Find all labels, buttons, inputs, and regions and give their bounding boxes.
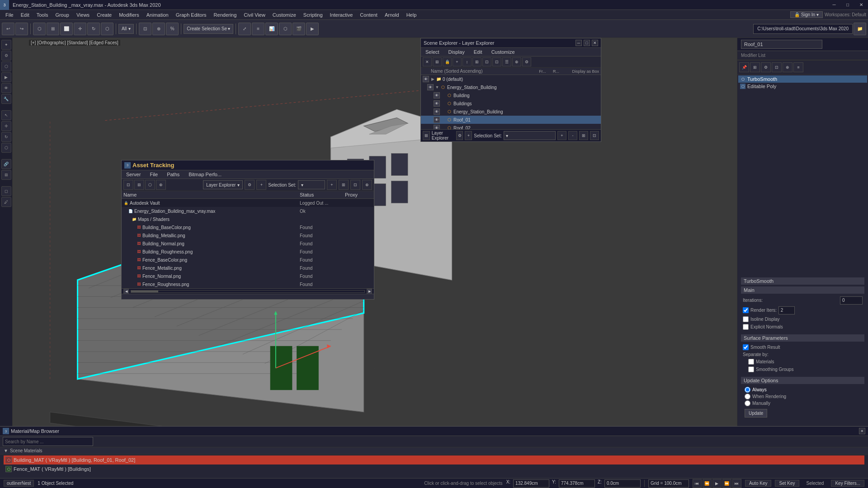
paint-icon[interactable]: 🖊 xyxy=(1,197,11,207)
se-group-button[interactable]: ⊞ xyxy=(472,57,481,66)
grid-input[interactable] xyxy=(648,479,689,488)
graph-editor-button[interactable]: 📊 xyxy=(265,23,278,35)
se-sel-minus-button[interactable]: - xyxy=(568,131,577,140)
move-button[interactable]: ✛ xyxy=(74,23,86,35)
mod-config2-button[interactable]: ⊕ xyxy=(783,62,793,72)
select-region-button[interactable]: ⬜ xyxy=(60,23,73,35)
menu-content[interactable]: Content xyxy=(356,11,381,19)
se-eye-4[interactable]: 👁 xyxy=(434,108,440,115)
se-eye-3[interactable]: 👁 xyxy=(434,100,440,107)
playback-start-button[interactable]: ⏮ xyxy=(693,479,702,488)
update-button[interactable]: Update xyxy=(745,409,767,418)
menu-help[interactable]: Help xyxy=(403,11,420,19)
smoothing-groups-checkbox[interactable] xyxy=(748,366,754,372)
modifier-editable-poly[interactable]: ⬡ Editable Poly xyxy=(738,83,867,90)
se-option4-button[interactable]: ⊕ xyxy=(512,57,521,66)
percent-snap-button[interactable]: % xyxy=(166,23,179,35)
reference-coord-dropdown[interactable]: All▾ xyxy=(118,24,134,34)
select-object-button[interactable]: ⬡ xyxy=(33,23,46,35)
se-row-2[interactable]: 👁 ⬡ Building xyxy=(421,91,601,99)
render-setup-button[interactable]: 🎬 xyxy=(292,23,305,35)
create-selection-button[interactable]: Create Selection Se▾ xyxy=(184,24,233,34)
scale-button[interactable]: ⬡ xyxy=(101,23,113,35)
at-scroll-left[interactable]: ◀ xyxy=(123,289,129,294)
display-panel-button[interactable]: 👁 xyxy=(1,83,11,93)
at-row-vault[interactable]: 🔒 Autodesk Vault Logged Out ... xyxy=(122,199,374,207)
material-editor-button[interactable]: ⬡ xyxy=(279,23,292,35)
sign-in-button[interactable]: 🔒 Sign In ▾ xyxy=(790,11,823,18)
isoline-checkbox[interactable] xyxy=(743,316,749,322)
y-coord-input[interactable] xyxy=(559,479,595,488)
at-scroll-right[interactable]: ▶ xyxy=(367,289,372,294)
redo-button[interactable]: ↪ xyxy=(15,23,28,35)
rotate-button[interactable]: ↻ xyxy=(87,23,100,35)
snap-toggle-button[interactable]: ⊡ xyxy=(139,23,151,35)
playback-prev-button[interactable]: ⏪ xyxy=(703,479,712,488)
create-panel-button[interactable]: ✦ xyxy=(1,40,11,50)
at-layer-explorer-dropdown[interactable]: Layer Explorer▾ xyxy=(203,180,243,189)
menu-file[interactable]: File xyxy=(2,11,17,19)
mirror-button[interactable]: ⤢ xyxy=(238,23,251,35)
at-tb-3[interactable]: ⬡ xyxy=(145,180,155,190)
browse-path-button[interactable]: 📁 xyxy=(854,23,866,35)
at-menu-bitmap[interactable]: Bitmap Perfo... xyxy=(184,170,226,178)
at-row-img-1[interactable]: 🖼 Building_Metallic.png Found xyxy=(122,231,374,239)
menu-create[interactable]: Create xyxy=(93,11,115,19)
se-close-button[interactable]: ✕ xyxy=(592,40,598,46)
at-sel-3[interactable]: ⊡ xyxy=(350,180,360,190)
se-row-0[interactable]: 👁 ▶ 📁 0 (default) xyxy=(421,75,601,83)
at-sel-4[interactable]: ⊕ xyxy=(362,180,372,190)
se-sort-button[interactable]: ↕ xyxy=(462,57,472,66)
manually-radio[interactable] xyxy=(745,400,750,406)
motion-panel-button[interactable]: ▶ xyxy=(1,72,11,82)
rotate-icon[interactable]: ↻ xyxy=(1,132,11,142)
mb-search-input[interactable] xyxy=(3,437,93,446)
se-eye-5[interactable]: 👁 xyxy=(434,117,440,123)
at-menu-server[interactable]: Server xyxy=(122,170,145,178)
select-by-name-button[interactable]: ⊞ xyxy=(47,23,59,35)
menu-tools[interactable]: Tools xyxy=(33,11,52,19)
se-option2-button[interactable]: ⊡ xyxy=(492,57,501,66)
se-eye-0[interactable]: 👁 xyxy=(423,76,429,82)
at-row-img-6[interactable]: 🖼 Fence_Normal.png Found xyxy=(122,272,374,280)
se-sel-options-button[interactable]: ⊡ xyxy=(590,131,599,140)
se-menu-customize[interactable]: Customize xyxy=(487,48,519,56)
se-select-all-button[interactable]: ⊞ xyxy=(433,57,442,66)
se-row-1[interactable]: 👁 ▼ ⬡ Energy_Station_Building xyxy=(421,83,601,91)
z-coord-input[interactable] xyxy=(604,479,641,488)
turbosmooth-section-title[interactable]: TurboSmooth xyxy=(741,277,864,285)
se-add-button[interactable]: + xyxy=(453,57,462,66)
maximize-button[interactable]: □ xyxy=(841,0,854,10)
materials-checkbox[interactable] xyxy=(748,359,754,365)
se-row-4[interactable]: 👁 ⬡ Energy_Station_Building xyxy=(421,108,601,116)
se-row-3[interactable]: 👁 ⬡ Buildings xyxy=(421,99,601,108)
at-row-file[interactable]: 📄 Energy_Station_Building_max_vray.max O… xyxy=(122,207,374,215)
se-settings-button[interactable]: ⚙ xyxy=(522,57,531,66)
menu-views[interactable]: Views xyxy=(73,11,93,19)
at-gear-button[interactable]: ⚙ xyxy=(245,180,255,190)
se-lock-button[interactable]: 🔒 xyxy=(443,57,452,66)
menu-rendering[interactable]: Rendering xyxy=(210,11,241,19)
mod-config1-button[interactable]: ⊡ xyxy=(772,62,782,72)
se-layer-icon[interactable]: ⊞ xyxy=(423,131,430,140)
mb-mat-row-0[interactable]: ⬡ Building_MAT ( VRayMtl ) [Building, Ro… xyxy=(4,455,864,465)
viewport-edges[interactable]: [Edged Faces] xyxy=(89,40,118,45)
x-coord-input[interactable] xyxy=(513,479,549,488)
se-eye-2[interactable]: 👁 xyxy=(434,92,440,99)
mb-close-button[interactable]: ✕ xyxy=(859,428,865,434)
utilities-panel-button[interactable]: 🔧 xyxy=(1,94,11,104)
playback-next-button[interactable]: ⏩ xyxy=(722,479,731,488)
menu-arnold[interactable]: Arnold xyxy=(381,11,403,19)
playback-play-button[interactable]: ▶ xyxy=(712,479,722,488)
quick-render-button[interactable]: ▶ xyxy=(306,23,319,35)
se-option3-button[interactable]: ☰ xyxy=(502,57,511,66)
at-row-img-3[interactable]: 🖼 Building_Roughness.png Found xyxy=(122,248,374,256)
when-rendering-radio[interactable] xyxy=(745,394,750,399)
se-sel-highlight-button[interactable]: ⊞ xyxy=(579,131,588,140)
at-row-img-5[interactable]: 🖼 Fence_Metallic.png Found xyxy=(122,264,374,272)
auto-key-button[interactable]: Auto Key xyxy=(745,480,772,487)
se-menu-select[interactable]: Select xyxy=(421,48,444,56)
mb-mat-row-1[interactable]: ⬡ Fence_MAT ( VRayMtl ) [Buildings] xyxy=(4,465,864,474)
se-layer-settings-button[interactable]: ⚙ xyxy=(456,131,463,140)
at-row-img-2[interactable]: 🖼 Building_Normal.png Found xyxy=(122,239,374,248)
